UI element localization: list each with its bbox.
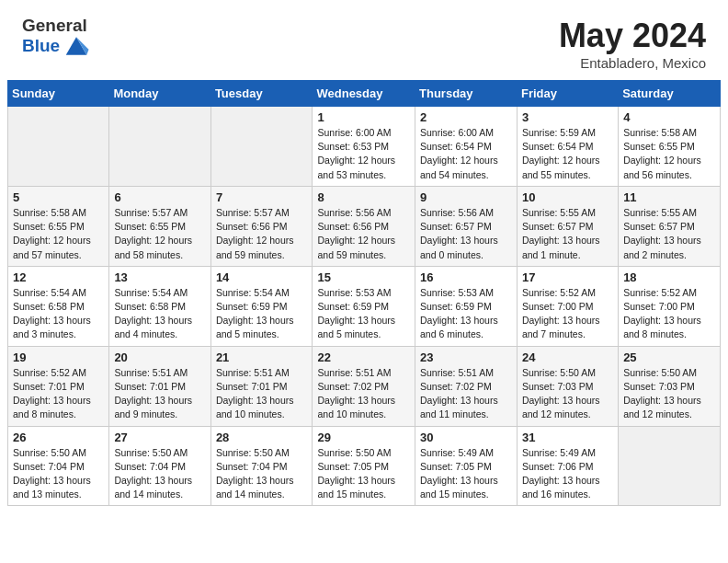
day-number: 21 <box>216 350 308 364</box>
day-number: 17 <box>522 270 613 284</box>
calendar-wrapper: Sunday Monday Tuesday Wednesday Thursday… <box>0 80 728 513</box>
day-info: Sunrise: 6:00 AM Sunset: 6:53 PM Dayligh… <box>317 126 410 182</box>
table-row: 5Sunrise: 5:58 AM Sunset: 6:55 PM Daylig… <box>8 186 109 266</box>
table-row: 1Sunrise: 6:00 AM Sunset: 6:53 PM Daylig… <box>313 107 415 187</box>
table-row: 21Sunrise: 5:51 AM Sunset: 7:01 PM Dayli… <box>210 346 313 426</box>
calendar-week-row: 5Sunrise: 5:58 AM Sunset: 6:55 PM Daylig… <box>8 186 721 266</box>
day-number: 12 <box>13 270 104 284</box>
table-row: 18Sunrise: 5:52 AM Sunset: 7:00 PM Dayli… <box>619 266 721 346</box>
table-row: 12Sunrise: 5:54 AM Sunset: 6:58 PM Dayli… <box>8 266 109 346</box>
day-number: 10 <box>522 190 613 204</box>
table-row: 14Sunrise: 5:54 AM Sunset: 6:59 PM Dayli… <box>210 266 313 346</box>
day-number: 9 <box>420 190 512 204</box>
day-info: Sunrise: 5:50 AM Sunset: 7:04 PM Dayligh… <box>114 446 205 502</box>
table-row <box>109 107 210 187</box>
day-info: Sunrise: 5:49 AM Sunset: 7:05 PM Dayligh… <box>420 446 512 502</box>
day-number: 20 <box>114 350 205 364</box>
table-row: 31Sunrise: 5:49 AM Sunset: 7:06 PM Dayli… <box>517 426 618 506</box>
day-info: Sunrise: 5:51 AM Sunset: 7:01 PM Dayligh… <box>114 366 205 422</box>
day-info: Sunrise: 5:55 AM Sunset: 6:57 PM Dayligh… <box>623 206 715 262</box>
day-number: 8 <box>317 190 410 204</box>
table-row: 17Sunrise: 5:52 AM Sunset: 7:00 PM Dayli… <box>517 266 618 346</box>
logo-general: General <box>22 17 87 36</box>
day-number: 1 <box>317 110 410 124</box>
month-title: May 2024 <box>559 17 706 55</box>
day-info: Sunrise: 5:56 AM Sunset: 6:57 PM Dayligh… <box>420 206 512 262</box>
table-row: 13Sunrise: 5:54 AM Sunset: 6:58 PM Dayli… <box>109 266 210 346</box>
col-wednesday: Wednesday <box>313 81 415 107</box>
day-number: 4 <box>623 110 715 124</box>
day-info: Sunrise: 5:50 AM Sunset: 7:04 PM Dayligh… <box>216 446 308 502</box>
table-row: 11Sunrise: 5:55 AM Sunset: 6:57 PM Dayli… <box>619 186 721 266</box>
day-number: 3 <box>522 110 613 124</box>
table-row: 10Sunrise: 5:55 AM Sunset: 6:57 PM Dayli… <box>517 186 618 266</box>
day-number: 2 <box>420 110 512 124</box>
day-info: Sunrise: 5:53 AM Sunset: 6:59 PM Dayligh… <box>317 286 410 342</box>
table-row: 8Sunrise: 5:56 AM Sunset: 6:56 PM Daylig… <box>313 186 415 266</box>
day-number: 29 <box>317 431 410 444</box>
day-number: 28 <box>216 431 308 444</box>
col-thursday: Thursday <box>415 81 518 107</box>
day-info: Sunrise: 5:52 AM Sunset: 7:00 PM Dayligh… <box>623 286 715 342</box>
page-header: General Blue May 2024 Entabladero, Mexic… <box>0 0 728 80</box>
table-row: 3Sunrise: 5:59 AM Sunset: 6:54 PM Daylig… <box>517 107 618 187</box>
day-number: 16 <box>420 270 512 284</box>
calendar-week-row: 26Sunrise: 5:50 AM Sunset: 7:04 PM Dayli… <box>8 426 721 506</box>
day-info: Sunrise: 5:51 AM Sunset: 7:02 PM Dayligh… <box>420 366 512 422</box>
day-number: 27 <box>114 431 205 444</box>
table-row <box>8 107 109 187</box>
day-info: Sunrise: 5:51 AM Sunset: 7:01 PM Dayligh… <box>216 366 308 422</box>
table-row: 20Sunrise: 5:51 AM Sunset: 7:01 PM Dayli… <box>109 346 210 426</box>
day-number: 15 <box>317 270 410 284</box>
col-friday: Friday <box>517 81 618 107</box>
table-row <box>210 107 313 187</box>
day-info: Sunrise: 5:50 AM Sunset: 7:03 PM Dayligh… <box>522 366 613 422</box>
day-info: Sunrise: 5:54 AM Sunset: 6:58 PM Dayligh… <box>13 286 104 342</box>
table-row: 27Sunrise: 5:50 AM Sunset: 7:04 PM Dayli… <box>109 426 210 506</box>
table-row: 30Sunrise: 5:49 AM Sunset: 7:05 PM Dayli… <box>415 426 518 506</box>
calendar-header-row: Sunday Monday Tuesday Wednesday Thursday… <box>8 81 721 107</box>
day-info: Sunrise: 5:56 AM Sunset: 6:56 PM Dayligh… <box>317 206 410 262</box>
logo-icon <box>63 34 90 58</box>
logo-blue: Blue <box>22 37 60 56</box>
table-row: 25Sunrise: 5:50 AM Sunset: 7:03 PM Dayli… <box>619 346 721 426</box>
col-saturday: Saturday <box>619 81 721 107</box>
day-number: 6 <box>114 190 205 204</box>
table-row: 23Sunrise: 5:51 AM Sunset: 7:02 PM Dayli… <box>415 346 518 426</box>
table-row: 2Sunrise: 6:00 AM Sunset: 6:54 PM Daylig… <box>415 107 518 187</box>
calendar-table: Sunday Monday Tuesday Wednesday Thursday… <box>7 80 721 506</box>
day-info: Sunrise: 5:50 AM Sunset: 7:03 PM Dayligh… <box>623 366 715 422</box>
table-row: 24Sunrise: 5:50 AM Sunset: 7:03 PM Dayli… <box>517 346 618 426</box>
day-number: 13 <box>114 270 205 284</box>
day-info: Sunrise: 5:58 AM Sunset: 6:55 PM Dayligh… <box>623 126 715 182</box>
day-number: 30 <box>420 431 512 444</box>
table-row: 19Sunrise: 5:52 AM Sunset: 7:01 PM Dayli… <box>8 346 109 426</box>
col-monday: Monday <box>109 81 210 107</box>
table-row: 26Sunrise: 5:50 AM Sunset: 7:04 PM Dayli… <box>8 426 109 506</box>
table-row: 9Sunrise: 5:56 AM Sunset: 6:57 PM Daylig… <box>415 186 518 266</box>
col-tuesday: Tuesday <box>210 81 313 107</box>
calendar-week-row: 12Sunrise: 5:54 AM Sunset: 6:58 PM Dayli… <box>8 266 721 346</box>
day-number: 31 <box>522 431 613 444</box>
table-row <box>619 426 721 506</box>
day-info: Sunrise: 5:58 AM Sunset: 6:55 PM Dayligh… <box>13 206 104 262</box>
day-number: 7 <box>216 190 308 204</box>
day-info: Sunrise: 5:54 AM Sunset: 6:59 PM Dayligh… <box>216 286 308 342</box>
location-title: Entabladero, Mexico <box>559 55 706 71</box>
day-info: Sunrise: 5:54 AM Sunset: 6:58 PM Dayligh… <box>114 286 205 342</box>
day-info: Sunrise: 5:57 AM Sunset: 6:56 PM Dayligh… <box>216 206 308 262</box>
day-info: Sunrise: 5:51 AM Sunset: 7:02 PM Dayligh… <box>317 366 410 422</box>
day-number: 14 <box>216 270 308 284</box>
col-sunday: Sunday <box>8 81 109 107</box>
table-row: 4Sunrise: 5:58 AM Sunset: 6:55 PM Daylig… <box>619 107 721 187</box>
day-number: 22 <box>317 350 410 364</box>
day-info: Sunrise: 5:49 AM Sunset: 7:06 PM Dayligh… <box>522 446 613 502</box>
day-number: 25 <box>623 350 715 364</box>
table-row: 7Sunrise: 5:57 AM Sunset: 6:56 PM Daylig… <box>210 186 313 266</box>
calendar-week-row: 1Sunrise: 6:00 AM Sunset: 6:53 PM Daylig… <box>8 107 721 187</box>
day-info: Sunrise: 5:59 AM Sunset: 6:54 PM Dayligh… <box>522 126 613 182</box>
day-info: Sunrise: 5:55 AM Sunset: 6:57 PM Dayligh… <box>522 206 613 262</box>
table-row: 15Sunrise: 5:53 AM Sunset: 6:59 PM Dayli… <box>313 266 415 346</box>
day-number: 24 <box>522 350 613 364</box>
day-info: Sunrise: 5:50 AM Sunset: 7:05 PM Dayligh… <box>317 446 410 502</box>
